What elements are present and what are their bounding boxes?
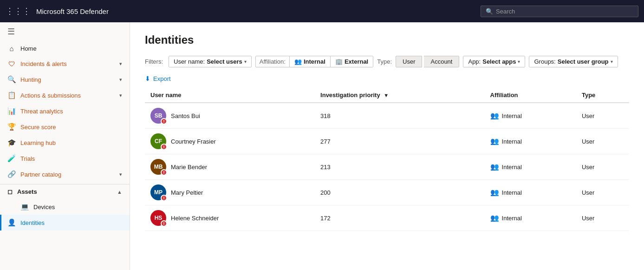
chevron-down-icon: ▾ [119, 171, 122, 178]
affiliation-icon: 👥 [490, 214, 499, 222]
sidebar-item-partner[interactable]: 🔗 Partner catalog ▾ [0, 166, 130, 182]
trials-icon: 🧪 [7, 154, 16, 163]
avatar-initials: SB [155, 112, 163, 119]
search-input[interactable] [496, 8, 633, 15]
username-filter-label: User name: [174, 58, 205, 65]
sidebar-item-actions[interactable]: 📋 Actions & submissions ▾ [0, 87, 130, 103]
sort-icon: ▼ [384, 92, 389, 98]
user-name: Mary Peltier [171, 189, 203, 196]
chevron-down-icon: ▾ [119, 77, 122, 83]
actions-icon: 📋 [7, 91, 16, 99]
avatar: MB ! [150, 159, 166, 175]
avatar-initials: MP [154, 189, 163, 196]
sidebar-toggle[interactable]: ☰ [0, 22, 130, 41]
sidebar-item-secure[interactable]: 🏆 Secure score [0, 119, 130, 135]
export-label: Export [153, 75, 171, 82]
sidebar-item-label: Identities [20, 219, 122, 226]
alert-badge: ! [161, 144, 167, 150]
alert-badge: ! [161, 118, 167, 125]
affiliation-cell: 👥 Internal [485, 205, 576, 231]
app-filter-label: App: [468, 58, 481, 65]
affiliation-label: Internal [502, 138, 522, 145]
page-title: Identities [145, 33, 629, 46]
filters-label: Filters: [145, 58, 163, 65]
external-filter-btn[interactable]: 🏢 External [331, 56, 373, 67]
sidebar-item-label: Learning hub [20, 139, 122, 146]
sidebar-item-label: Threat analytics [20, 108, 122, 115]
external-label: External [345, 58, 368, 65]
user-cell: CF ! Courtney Frasier [150, 133, 309, 149]
affiliation-icon: 👥 [490, 163, 499, 171]
col-type: Type [576, 88, 629, 103]
sidebar-item-identities[interactable]: 👤 Identities [0, 215, 130, 230]
groups-filter-value: Select user group [558, 58, 609, 65]
affiliation-label: Internal [502, 189, 522, 196]
table-row[interactable]: MP ! Mary Peltier 200 👥 Internal User [145, 180, 629, 205]
internal-icon: 👥 [294, 58, 302, 65]
affiliation-icon: 👥 [490, 137, 499, 145]
sidebar-item-label: Devices [33, 204, 122, 211]
avatar: MP ! [150, 184, 166, 200]
chevron-up-icon: ▲ [117, 189, 122, 195]
user-name: Marie Bender [171, 164, 207, 171]
priority-cell: 213 [315, 154, 485, 180]
user-type-btn[interactable]: User [396, 56, 422, 67]
trophy-icon: 🏆 [7, 123, 16, 131]
identities-table: User name Investigation priority ▼ Affil… [145, 88, 629, 231]
sidebar-item-learning[interactable]: 🎓 Learning hub [0, 135, 130, 151]
export-row[interactable]: ⬇ Export [145, 75, 629, 82]
partner-icon: 🔗 [7, 170, 16, 178]
user-name-cell: HS ! Helene Schneider [145, 205, 315, 231]
sidebar-item-label: Actions & submissions [20, 92, 115, 99]
app-filter-value: Select apps [482, 58, 516, 65]
table-row[interactable]: CF ! Courtney Frasier 277 👥 Internal Use… [145, 129, 629, 154]
groups-filter[interactable]: Groups: Select user group ▾ [529, 56, 618, 67]
affiliation-value: 👥 Internal [490, 163, 571, 171]
user-cell: MB ! Marie Bender [150, 159, 309, 175]
type-cell: User [576, 129, 629, 154]
sidebar-item-hunting[interactable]: 🔍 Hunting ▾ [0, 72, 130, 87]
devices-icon: 💻 [20, 203, 29, 211]
app-filter[interactable]: App: Select apps ▾ [463, 56, 525, 67]
col-affiliation: Affiliation [485, 88, 576, 103]
avatar: CF ! [150, 133, 166, 149]
col-priority[interactable]: Investigation priority ▼ [315, 88, 485, 103]
chevron-down-icon: ▾ [119, 61, 122, 67]
table-row[interactable]: HS ! Helene Schneider 172 👥 Internal Use… [145, 205, 629, 231]
affiliation-cell: 👥 Internal [485, 154, 576, 180]
home-icon: ⌂ [7, 45, 16, 53]
sidebar-item-threat[interactable]: 📊 Threat analytics [0, 103, 130, 119]
avatar-initials: MB [154, 164, 163, 170]
sidebar-item-label: Trials [20, 155, 122, 162]
shield-icon: 🛡 [7, 60, 16, 68]
internal-filter-btn[interactable]: 👥 Internal [290, 56, 331, 67]
priority-cell: 277 [315, 129, 485, 154]
account-type-btn[interactable]: Account [424, 56, 459, 67]
table-row[interactable]: MB ! Marie Bender 213 👥 Internal User [145, 154, 629, 180]
sidebar-item-label: Home [20, 45, 122, 52]
sidebar-assets-section[interactable]: ◻ Assets ▲ [0, 184, 130, 199]
user-name-cell: MB ! Marie Bender [145, 154, 315, 180]
user-name-cell: MP ! Mary Peltier [145, 180, 315, 205]
priority-cell: 318 [315, 103, 485, 129]
sidebar-item-trials[interactable]: 🧪 Trials [0, 151, 130, 166]
external-icon: 🏢 [335, 58, 343, 65]
alert-badge: ! [161, 195, 167, 201]
affiliation-filter: Affiliation: 👥 Internal 🏢 External [255, 56, 373, 67]
affiliation-label: Internal [502, 215, 522, 222]
table-row[interactable]: SB ! Santos Bui 318 👥 Internal User [145, 103, 629, 129]
chevron-down-icon: ▾ [518, 59, 520, 64]
sidebar-item-devices[interactable]: 💻 Devices [0, 199, 130, 215]
affiliation-value: 👥 Internal [490, 137, 571, 145]
search-box[interactable]: 🔍 [481, 6, 638, 17]
search-icon: 🔍 [486, 8, 493, 15]
col-username: User name [145, 88, 315, 103]
grid-icon[interactable]: ⋮⋮⋮ [6, 6, 31, 16]
topbar: ⋮⋮⋮ Microsoft 365 Defender 🔍 [0, 0, 644, 22]
sidebar-item-home[interactable]: ⌂ Home [0, 41, 130, 56]
assets-icon: ◻ [7, 188, 13, 195]
type-label: Type: [377, 58, 392, 65]
username-filter[interactable]: User name: Select users ▾ [169, 56, 252, 67]
sidebar-item-incidents[interactable]: 🛡 Incidents & alerts ▾ [0, 56, 130, 72]
hamburger-icon: ☰ [7, 26, 15, 37]
